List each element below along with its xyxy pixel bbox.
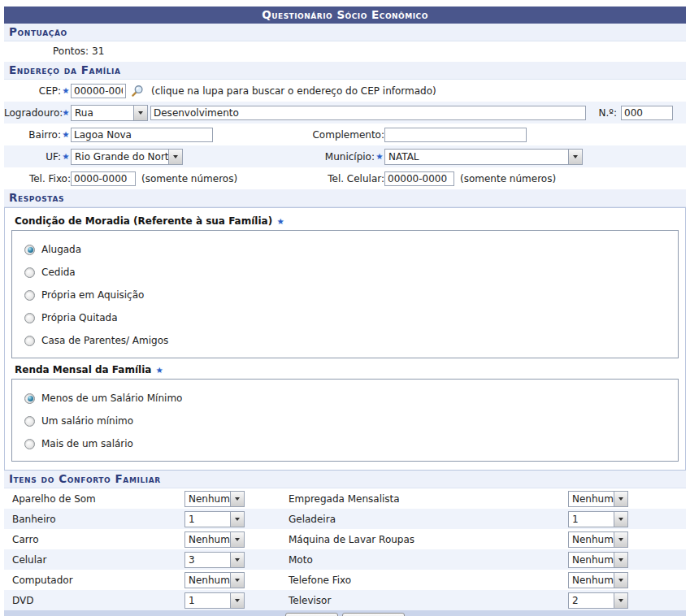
item-label-computador: Computador [12, 575, 184, 586]
cep-input[interactable] [71, 84, 126, 98]
uf-row: UF: Rio Grande do Norte Município: NATAL [4, 145, 686, 167]
logradouro-input[interactable] [150, 106, 586, 120]
cancelar-button[interactable]: Cancelar [342, 613, 405, 616]
dropdown-arrow-icon[interactable] [168, 150, 182, 164]
item-select-moto[interactable]: Nenhum [568, 552, 628, 568]
section-header-pontuacao: Pontuação [4, 24, 686, 41]
tel-fixo-hint: (somente números) [141, 173, 237, 184]
item-select-banheiro[interactable]: 1 [184, 511, 245, 527]
required-star-icon [61, 87, 71, 95]
tel-celular-hint: (somente números) [460, 173, 556, 184]
dropdown-arrow-icon[interactable] [230, 492, 244, 506]
radio-checked-icon[interactable] [24, 245, 35, 255]
dropdown-arrow-icon[interactable] [614, 593, 627, 608]
item-select-maquina-de-lavar[interactable]: Nenhum [568, 531, 628, 548]
itens-row: Computador Nenhum Telefone Fixo Nenhum [4, 570, 686, 590]
bairro-input[interactable] [71, 128, 213, 142]
radio-icon[interactable] [24, 439, 35, 449]
item-select-celular[interactable]: 3 [184, 552, 245, 568]
radio-option-cedida[interactable]: Cedida [24, 267, 678, 278]
pontos-row: Pontos:31 [4, 41, 686, 62]
cep-row: CEP: (clique na lupa para buscar o ender… [4, 80, 686, 102]
item-label-maquina-de-lavar: Máquina de Lavar Roupas [289, 534, 568, 545]
bairro-row: Bairro: Complemento: [4, 124, 686, 145]
dropdown-arrow-icon[interactable] [614, 512, 627, 527]
dropdown-arrow-icon[interactable] [230, 573, 244, 588]
item-select-telefone-fixo[interactable]: Nenhum [568, 572, 628, 588]
numero-label: N.º: [599, 107, 618, 119]
itens-row: Carro Nenhum Máquina de Lavar Roupas Nen… [4, 529, 686, 549]
item-label-aparelho-de-som: Aparelho de Som [12, 493, 184, 505]
dropdown-arrow-icon[interactable] [614, 553, 627, 567]
section-header-itens: Itens do Conforto Familiar [4, 471, 686, 488]
cep-label: CEP: [4, 85, 61, 97]
pontos-label: Pontos: [53, 46, 89, 57]
section-header-respostas: Respostas [4, 189, 686, 207]
radio-option-casa-parentes[interactable]: Casa de Parentes/ Amigos [24, 335, 678, 346]
question-renda-title: Renda Mensal da Família [11, 358, 679, 379]
item-label-dvd: DVD [12, 595, 184, 606]
item-select-televisor[interactable]: 2 [568, 592, 628, 609]
bairro-label: Bairro: [4, 129, 61, 141]
uf-label: UF: [4, 151, 61, 163]
radio-icon[interactable] [24, 290, 35, 301]
section-header-endereco: Endereço da Família [4, 62, 686, 80]
radio-option-propria-quitada[interactable]: Própria Quitada [24, 312, 678, 323]
form-footer: Alterar Cancelar [4, 610, 686, 616]
dropdown-arrow-icon[interactable] [614, 573, 627, 588]
search-icon[interactable] [131, 85, 144, 98]
logradouro-label: Logradouro: [4, 107, 61, 119]
uf-select[interactable]: Rio Grande do Norte [71, 149, 183, 165]
radio-option-propria-aquisicao[interactable]: Própria em Aquisição [24, 289, 678, 301]
radio-option-um-salario[interactable]: Um salário mínimo [24, 415, 678, 427]
dropdown-arrow-icon[interactable] [133, 106, 147, 120]
alterar-button[interactable]: Alterar [285, 613, 338, 616]
cep-hint: (clique na lupa para buscar o endereço d… [151, 85, 436, 97]
municipio-select[interactable]: NATAL [384, 149, 583, 165]
question-renda-options: Menos de um Salário Mínimo Um salário mí… [11, 379, 679, 462]
dropdown-arrow-icon[interactable] [568, 150, 582, 164]
item-select-empregada-mensalista[interactable]: Nenhum [568, 491, 628, 507]
item-label-empregada-mensalista: Empregada Mensalista [289, 493, 568, 505]
radio-option-mais-um-salario[interactable]: Mais de um salário [24, 438, 678, 449]
respostas-container: Condição de Moradia (Referente à sua Fam… [4, 207, 686, 471]
item-label-televisor: Televisor [289, 595, 568, 606]
numero-input[interactable] [621, 106, 673, 120]
required-star-icon [61, 153, 71, 161]
item-select-dvd[interactable]: 1 [184, 592, 245, 609]
dropdown-arrow-icon[interactable] [614, 492, 627, 506]
complemento-input[interactable] [384, 128, 527, 142]
item-select-computador[interactable]: Nenhum [184, 572, 245, 588]
pontos-value: 31 [92, 46, 104, 57]
radio-icon[interactable] [24, 267, 35, 278]
questionario-form: Questionário Sócio Econômico Pontuação P… [4, 7, 686, 616]
item-select-carro[interactable]: Nenhum [184, 531, 245, 548]
radio-icon[interactable] [24, 313, 35, 323]
item-select-geladeira[interactable]: 1 [568, 511, 628, 527]
itens-row: Aparelho de Som Nenhum Empregada Mensali… [4, 488, 686, 509]
question-moradia-title: Condição de Moradia (Referente à sua Fam… [11, 210, 679, 230]
radio-option-menos-um-salario[interactable]: Menos de um Salário Mínimo [24, 393, 678, 404]
item-label-moto: Moto [289, 554, 568, 566]
dropdown-arrow-icon[interactable] [230, 593, 244, 608]
itens-row: Banheiro 1 Geladeira 1 [4, 509, 686, 529]
item-select-aparelho-de-som[interactable]: Nenhum [184, 491, 245, 507]
dropdown-arrow-icon[interactable] [614, 532, 627, 547]
telefones-row: Tel. Fixo: (somente números) Tel. Celula… [4, 167, 686, 189]
tel-fixo-input[interactable] [71, 171, 136, 186]
dropdown-arrow-icon[interactable] [230, 553, 244, 567]
tel-celular-input[interactable] [384, 171, 454, 186]
radio-icon[interactable] [24, 336, 35, 346]
itens-row: DVD 1 Televisor 2 [4, 590, 686, 610]
itens-row: Celular 3 Moto Nenhum [4, 549, 686, 570]
dropdown-arrow-icon[interactable] [230, 532, 244, 547]
required-star-icon [61, 109, 71, 117]
dropdown-arrow-icon[interactable] [230, 512, 244, 527]
radio-icon[interactable] [24, 416, 35, 427]
tel-fixo-label: Tel. Fixo: [4, 173, 71, 184]
logradouro-tipo-select[interactable]: Rua [71, 105, 148, 121]
logradouro-row: Logradouro: Rua N.º: [4, 102, 686, 124]
radio-checked-icon[interactable] [24, 393, 35, 404]
page-title: Questionário Sócio Econômico [4, 7, 686, 24]
radio-option-alugada[interactable]: Alugada [24, 244, 678, 255]
